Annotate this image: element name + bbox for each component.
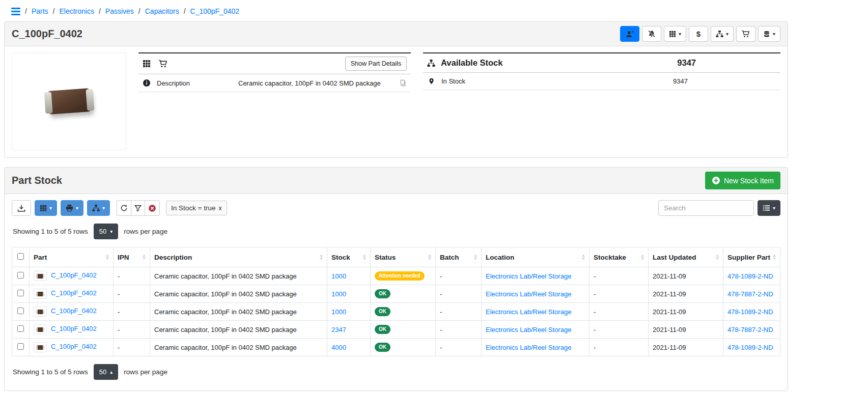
stock-actions-button[interactable]: ▾ <box>711 26 734 42</box>
cart-icon[interactable] <box>159 60 167 68</box>
row-checkbox[interactable] <box>17 343 24 350</box>
row-checkbox[interactable] <box>17 308 24 314</box>
location-link[interactable]: Electronics Lab/Reel Storage <box>486 308 571 316</box>
column-header-description[interactable]: Description <box>150 247 327 267</box>
stock-link[interactable]: 1000 <box>331 272 346 280</box>
stock-link[interactable]: 4000 <box>331 344 346 351</box>
order-button[interactable] <box>736 26 755 42</box>
plus-circle-icon <box>712 176 720 185</box>
search-input[interactable] <box>658 200 754 216</box>
breadcrumb-item[interactable]: Capacitors <box>145 7 179 15</box>
sort-icon[interactable] <box>474 255 477 260</box>
column-header-part[interactable]: Part <box>30 247 114 267</box>
refresh-button[interactable] <box>117 200 131 216</box>
column-header-status[interactable]: Status <box>371 247 436 267</box>
breadcrumb-item[interactable]: Electronics <box>59 7 94 15</box>
column-header-last-updated[interactable]: Last Updated <box>649 247 723 267</box>
download-button[interactable] <box>12 200 31 216</box>
stock-link[interactable]: 1000 <box>331 290 346 298</box>
capacitor-thumb-icon <box>36 345 44 350</box>
column-header-location[interactable]: Location <box>482 247 590 267</box>
location-link[interactable]: Electronics Lab/Reel Storage <box>486 290 571 298</box>
stock-link[interactable]: 1000 <box>331 308 346 316</box>
pricing-button[interactable]: $ <box>689 26 708 42</box>
row-checkbox[interactable] <box>17 272 24 279</box>
batch-cell: - <box>436 303 482 321</box>
sort-icon[interactable] <box>143 255 146 260</box>
page-size-dropdown[interactable]: 50 ▴ <box>94 364 119 380</box>
refresh-icon <box>120 204 128 212</box>
sort-icon[interactable] <box>716 255 719 260</box>
sort-icon[interactable] <box>320 255 323 260</box>
barcode-actions-button[interactable]: ▾ <box>35 200 57 216</box>
part-link[interactable]: C_100pF_0402 <box>51 343 97 350</box>
stock-link[interactable]: 2347 <box>331 326 346 333</box>
sort-icon[interactable] <box>428 255 431 260</box>
sort-icon[interactable] <box>582 255 585 260</box>
status-badge: OK <box>375 307 390 316</box>
location-cell: Electronics Lab/Reel Storage <box>482 285 590 303</box>
sort-icon[interactable] <box>641 255 644 260</box>
row-checkbox[interactable] <box>17 325 24 332</box>
status-badge: OK <box>375 325 390 334</box>
print-actions-button[interactable]: ▾ <box>61 200 83 216</box>
location-pin-icon <box>428 77 435 85</box>
column-header-batch[interactable]: Batch <box>436 247 482 267</box>
breadcrumb-item[interactable]: Parts <box>32 7 48 15</box>
capacitor-thumb-icon <box>36 310 44 314</box>
part-link[interactable]: C_100pF_0402 <box>51 325 97 332</box>
breadcrumb-item[interactable]: Passives <box>105 7 134 15</box>
location-link[interactable]: Electronics Lab/Reel Storage <box>486 344 571 351</box>
supplier-part-link[interactable]: 478-7887-2-ND <box>727 326 773 333</box>
stock-options-button[interactable]: ▾ <box>87 200 110 216</box>
column-header-stocktake[interactable]: Stocktake <box>590 247 649 267</box>
filter-chip-label: In Stock = true <box>171 204 215 212</box>
capacitor-thumb-icon <box>36 327 44 332</box>
subscribed-users-button[interactable] <box>620 26 639 42</box>
copy-icon[interactable] <box>400 79 407 87</box>
part-thumbnail <box>34 271 47 281</box>
chevron-down-icon: ▾ <box>49 206 52 211</box>
part-link[interactable]: C_100pF_0402 <box>51 289 97 297</box>
part-actions-button[interactable]: ▾ <box>758 26 780 42</box>
row-checkbox[interactable] <box>17 290 24 296</box>
available-stock-title: Available Stock <box>441 58 502 68</box>
ipn-cell: - <box>114 267 150 285</box>
available-stock-header: Available Stock 9347 <box>423 52 780 73</box>
show-part-details-button[interactable]: Show Part Details <box>345 57 407 71</box>
clear-filters-button[interactable] <box>145 200 160 216</box>
column-header-stock[interactable]: Stock <box>327 247 371 267</box>
location-cell: Electronics Lab/Reel Storage <box>482 303 590 321</box>
menu-icon[interactable] <box>11 8 20 15</box>
last-updated-cell: 2021-11-09 <box>649 267 723 285</box>
sort-icon[interactable] <box>363 255 366 260</box>
stock-cell: 1000 <box>327 303 371 321</box>
sort-icon[interactable] <box>106 255 109 260</box>
supplier-part-cell: 478-1089-2-ND <box>723 339 780 356</box>
supplier-part-link[interactable]: 478-7887-2-ND <box>727 290 773 298</box>
supplier-part-link[interactable]: 478-1089-2-ND <box>727 308 773 316</box>
unsubscribe-button[interactable] <box>642 26 661 42</box>
column-header-ipn[interactable]: IPN <box>114 247 150 267</box>
breadcrumb-item[interactable]: C_100pF_0402 <box>190 7 240 15</box>
display-options-button[interactable]: ▾ <box>664 26 686 42</box>
supplier-part-link[interactable]: 478-1089-2-ND <box>727 344 773 351</box>
select-all-checkbox[interactable] <box>17 253 24 260</box>
stock-table: PartIPNDescriptionStockStatusBatchLocati… <box>12 247 780 356</box>
page-size-value: 50 <box>99 368 106 376</box>
supplier-part-link[interactable]: 478-1089-2-ND <box>727 272 773 280</box>
column-header-supplier-part[interactable]: Supplier Part <box>723 247 780 267</box>
table-view-button[interactable]: ▾ <box>758 200 780 216</box>
stocktake-cell: - <box>590 339 649 356</box>
sort-icon[interactable] <box>773 255 776 260</box>
remove-filter-icon[interactable]: x <box>219 205 222 211</box>
part-link[interactable]: C_100pF_0402 <box>51 307 97 315</box>
filter-button[interactable] <box>131 200 145 216</box>
new-stock-item-button[interactable]: New Stock Item <box>705 172 780 189</box>
grid-icon[interactable] <box>143 60 151 68</box>
location-link[interactable]: Electronics Lab/Reel Storage <box>486 272 571 280</box>
part-link[interactable]: C_100pF_0402 <box>51 271 97 279</box>
part-image[interactable] <box>12 52 126 150</box>
location-link[interactable]: Electronics Lab/Reel Storage <box>486 326 571 333</box>
page-size-dropdown[interactable]: 50 ▾ <box>94 224 119 239</box>
